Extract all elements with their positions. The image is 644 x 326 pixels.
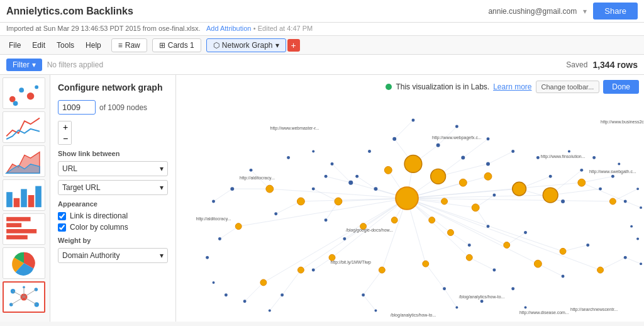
- add-chart-button[interactable]: +: [287, 39, 300, 52]
- graph-area[interactable]: This visualization is in Labs. Learn mor…: [176, 75, 644, 322]
- done-button[interactable]: Done: [603, 80, 639, 94]
- svg-point-201: [297, 198, 304, 205]
- link-directional-checkbox[interactable]: [58, 212, 66, 220]
- nodes-input[interactable]: [58, 100, 96, 115]
- svg-point-114: [325, 175, 328, 178]
- svg-point-160: [492, 269, 496, 272]
- svg-point-207: [534, 260, 541, 267]
- menu-bar: File Edit Tools Help ≡ Raw ⊞ Cards 1 ⬡ N…: [0, 36, 644, 55]
- filter-label: Filter: [13, 60, 30, 69]
- zoom-in-button[interactable]: +: [58, 121, 72, 133]
- svg-point-188: [480, 300, 484, 303]
- central-node: [396, 187, 418, 210]
- menu-tools[interactable]: Tools: [52, 38, 79, 52]
- line-icon: [3, 112, 45, 142]
- bar-icon: [3, 180, 45, 210]
- svg-point-147: [611, 175, 614, 178]
- svg-point-182: [636, 237, 639, 240]
- network-icon: ⬡: [213, 41, 219, 50]
- svg-line-26: [24, 297, 36, 305]
- svg-rect-14: [6, 229, 36, 233]
- filter-bar: Filter ▾ No filters applied Saved 1,344 …: [0, 55, 644, 75]
- appearance-label: Appearance: [58, 200, 168, 208]
- cards-icon: ⊞: [159, 41, 165, 50]
- thumb-hbar[interactable]: [3, 213, 45, 245]
- svg-point-214: [466, 254, 472, 261]
- no-filters-text: No filters applied: [47, 60, 103, 69]
- main-content: Configure network graph of 1009 nodes + …: [0, 75, 644, 322]
- svg-text:http://bit.ly/1MWTlwp: http://bit.ly/1MWTlwp: [331, 260, 372, 265]
- svg-point-108: [411, 119, 414, 122]
- nodes-display: of 1009 nodes: [58, 100, 168, 115]
- weight-dropdown[interactable]: Domain Authority ▾: [58, 248, 168, 263]
- zoom-out-button[interactable]: −: [58, 133, 72, 144]
- add-attribution-link[interactable]: Add Attribution: [206, 25, 252, 32]
- svg-point-166: [374, 310, 377, 312]
- thumb-scatter[interactable]: [3, 77, 45, 109]
- svg-point-203: [235, 223, 242, 230]
- svg-point-129: [343, 237, 346, 240]
- svg-point-157: [640, 262, 642, 265]
- svg-point-197: [391, 217, 397, 223]
- hub-node-4: [543, 188, 558, 203]
- color-by-columns-label: Color by columns: [70, 223, 128, 232]
- svg-point-200: [335, 198, 342, 205]
- svg-text:http://www.finsolution...: http://www.finsolution...: [541, 154, 586, 159]
- svg-point-216: [560, 248, 566, 254]
- svg-point-191: [384, 166, 392, 174]
- weight-dropdown-arrow: ▾: [160, 251, 164, 260]
- svg-point-141: [549, 175, 552, 178]
- tab-network-graph[interactable]: ⬡ Network Graph ▾: [206, 38, 286, 52]
- svg-point-176: [368, 150, 371, 153]
- svg-point-115: [355, 175, 358, 178]
- change-toolbar-button[interactable]: Change toolbar...: [536, 81, 600, 93]
- svg-point-118: [312, 188, 315, 191]
- svg-point-107: [392, 137, 396, 141]
- svg-point-152: [562, 275, 565, 278]
- svg-point-18: [11, 289, 15, 293]
- svg-point-113: [331, 162, 334, 166]
- share-button[interactable]: Share: [593, 3, 638, 20]
- network-graph-svg[interactable]: http://www.webmaster-r... /blog/google-d…: [176, 75, 644, 322]
- thumb-line[interactable]: [3, 111, 45, 143]
- menu-help[interactable]: Help: [80, 38, 106, 52]
- thumb-bar[interactable]: [3, 179, 45, 211]
- nodes-label: of 1009 nodes: [99, 103, 147, 112]
- color-by-columns-checkbox[interactable]: [58, 223, 66, 232]
- svg-point-144: [580, 169, 583, 172]
- tab-raw[interactable]: ≡ Raw: [111, 38, 147, 52]
- svg-point-156: [624, 256, 627, 259]
- svg-rect-7: [6, 192, 13, 207]
- top-bar: Annielytics.com Backlinks annie.cushing@…: [0, 0, 644, 23]
- tab-dropdown-arrow: ▾: [275, 41, 279, 50]
- thumb-area[interactable]: [3, 145, 45, 177]
- svg-point-21: [35, 302, 39, 306]
- hub-node-3: [513, 182, 526, 196]
- filter-button[interactable]: Filter ▾: [6, 59, 42, 71]
- svg-text:http://searchnewscentr...: http://searchnewscentr...: [570, 307, 618, 312]
- url-dropdown[interactable]: URL ▾: [58, 161, 168, 176]
- svg-point-123: [250, 169, 253, 172]
- thumb-network[interactable]: [3, 281, 45, 313]
- svg-point-184: [213, 281, 215, 284]
- svg-point-185: [225, 293, 228, 296]
- svg-point-180: [618, 162, 620, 165]
- show-link-label: Show link between: [58, 150, 168, 157]
- tab-raw-label: Raw: [125, 41, 140, 50]
- menu-edit[interactable]: Edit: [27, 38, 50, 52]
- learn-more-link[interactable]: Learn more: [493, 82, 531, 91]
- svg-line-25: [11, 297, 24, 305]
- svg-point-135: [487, 225, 490, 228]
- tab-cards[interactable]: ⊞ Cards 1: [152, 38, 201, 52]
- target-url-dropdown[interactable]: Target URL ▾: [58, 180, 168, 195]
- svg-rect-15: [6, 235, 28, 240]
- svg-point-178: [568, 150, 570, 153]
- svg-point-19: [35, 288, 38, 291]
- top-bar-right: annie.cushing@gmail.com ▾ Share: [488, 3, 638, 20]
- svg-point-119: [325, 218, 328, 222]
- svg-point-1: [19, 87, 24, 93]
- menu-file[interactable]: File: [4, 38, 26, 52]
- thumb-pie[interactable]: [3, 247, 45, 279]
- svg-point-196: [441, 198, 448, 205]
- svg-point-134: [492, 194, 496, 197]
